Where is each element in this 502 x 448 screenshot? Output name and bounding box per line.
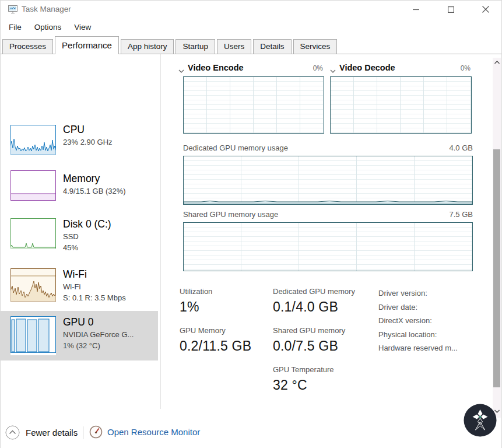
- tab-processes[interactable]: Processes: [2, 39, 53, 54]
- scrollbar-thumb[interactable]: [493, 149, 500, 387]
- wifi-title: Wi-Fi: [63, 267, 126, 281]
- menu-options[interactable]: Options: [31, 20, 65, 34]
- driver-version-label: Driver version:: [378, 286, 458, 300]
- sidebar-item-gpu0[interactable]: GPU 0 NVIDIA GeForce G... 1% (32 °C): [1, 311, 158, 360]
- scroll-up-icon[interactable]: [493, 58, 501, 67]
- gpu-title: GPU 0: [63, 315, 134, 329]
- resource-monitor-gauge-icon: [89, 425, 103, 439]
- stat-utilization: Utilization 1%: [180, 286, 212, 316]
- stat-value: 1%: [180, 298, 212, 316]
- window-title: Task Manager: [22, 5, 71, 13]
- video-encode-title: Video Encode: [188, 63, 244, 72]
- tab-users[interactable]: Users: [217, 39, 251, 54]
- title-bar: Task Manager: [1, 1, 501, 18]
- memory-title: Memory: [63, 172, 126, 186]
- close-button[interactable]: [474, 1, 497, 18]
- stat-label: GPU Temperature: [273, 365, 334, 374]
- sidebar-divider: [160, 54, 161, 409]
- gpu-mini-graph: [10, 316, 56, 355]
- stat-dedicated-memory: Dedicated GPU memory 0.1/4.0 GB: [273, 286, 355, 316]
- tab-details[interactable]: Details: [253, 39, 291, 54]
- tab-startup[interactable]: Startup: [175, 39, 215, 54]
- tab-bar: Processes Performance App history Startu…: [1, 36, 501, 54]
- shared-memory-title: Shared GPU memory usage: [183, 210, 278, 219]
- shared-memory-chart: [183, 222, 473, 271]
- task-manager-window: Task Manager File Options View Processes…: [0, 0, 502, 448]
- wifi-throughput: S: 0.1 R: 3.5 Mbps: [63, 292, 126, 303]
- disk-usage: 45%: [63, 242, 111, 253]
- video-encode-header: Video Encode 0%: [178, 63, 324, 75]
- open-resource-monitor-link[interactable]: Open Resource Monitor: [89, 425, 200, 439]
- video-encode-chart: [183, 76, 324, 134]
- footer-separator: [83, 426, 83, 439]
- stat-label: Shared GPU memory: [273, 326, 345, 335]
- circled-chevron-up-icon: [5, 425, 20, 440]
- stat-label: Utilization: [180, 286, 212, 296]
- tab-performance[interactable]: Performance: [55, 36, 119, 54]
- stat-label: Dedicated GPU memory: [273, 286, 355, 296]
- performance-sidebar: CPU 23% 2.90 GHz Memory 4.9/15.1 GB (32%…: [1, 54, 160, 409]
- cpu-mini-graph: [10, 125, 56, 157]
- fewer-details-label: Fewer details: [26, 428, 78, 438]
- fewer-details-button[interactable]: Fewer details: [5, 425, 78, 440]
- chevron-down-icon[interactable]: [330, 66, 336, 75]
- tab-services[interactable]: Services: [293, 39, 338, 54]
- dedicated-memory-chart: [183, 156, 473, 205]
- shared-memory-scale: 7.5 GB: [450, 210, 473, 219]
- stat-value: 0.0/7.5 GB: [273, 337, 345, 355]
- open-resource-monitor-label: Open Resource Monitor: [107, 427, 200, 437]
- stat-shared-memory: Shared GPU memory 0.0/7.5 GB: [273, 326, 345, 355]
- memory-stats: 4.9/15.1 GB (32%): [63, 186, 126, 197]
- directx-version-label: DirectX version:: [378, 314, 458, 328]
- cpu-stats: 23% 2.90 GHz: [63, 136, 113, 148]
- sidebar-item-memory[interactable]: Memory 4.9/15.1 GB (32%): [1, 167, 158, 213]
- stat-value: 0.2/11.5 GB: [180, 337, 251, 355]
- sidebar-item-wifi[interactable]: Wi-Fi Wi-Fi S: 0.1 R: 3.5 Mbps: [1, 263, 158, 311]
- memory-mini-graph: [10, 170, 56, 203]
- stat-gpu-memory: GPU Memory 0.2/11.5 GB: [180, 326, 251, 355]
- stat-label: GPU Memory: [180, 326, 251, 335]
- gpu-name: NVIDIA GeForce G...: [63, 329, 134, 340]
- driver-date-label: Driver date:: [378, 300, 458, 314]
- menu-bar: File Options View: [1, 19, 501, 35]
- wifi-adapter: Wi-Fi: [63, 281, 126, 292]
- video-decode-title: Video Decode: [339, 63, 395, 72]
- gpu-detail-panel: Video Encode 0% Video Decode 0% Dedicate…: [175, 54, 485, 409]
- overlay-logo-badge[interactable]: [464, 404, 497, 437]
- menu-file[interactable]: File: [5, 20, 25, 34]
- disk-type: SSD: [63, 231, 111, 242]
- sidebar-item-disk0[interactable]: Disk 0 (C:) SSD 45%: [1, 213, 158, 263]
- menu-view[interactable]: View: [71, 20, 94, 34]
- sidebar-item-cpu[interactable]: CPU 23% 2.90 GHz: [1, 118, 158, 167]
- driver-info-list: Driver version: Driver date: DirectX ver…: [378, 286, 458, 355]
- maximize-button[interactable]: [439, 1, 462, 18]
- video-decode-percent: 0%: [461, 64, 471, 72]
- chevron-down-icon[interactable]: [178, 66, 184, 75]
- dedicated-memory-header: Dedicated GPU memory usage 4.0 GB: [183, 144, 473, 154]
- stat-value: 32 °C: [273, 376, 334, 394]
- gpu-usage-temp: 1% (32 °C): [63, 340, 134, 351]
- tab-app-history[interactable]: App history: [121, 39, 174, 54]
- shared-memory-header: Shared GPU memory usage 7.5 GB: [183, 210, 473, 220]
- minimize-button[interactable]: [404, 1, 427, 18]
- hardware-reserved-label: Hardware reserved m...: [378, 341, 458, 355]
- stat-gpu-temperature: GPU Temperature 32 °C: [273, 365, 334, 394]
- disk-title: Disk 0 (C:): [63, 217, 111, 231]
- wifi-mini-graph: [10, 268, 56, 304]
- video-decode-chart: [330, 76, 472, 134]
- video-decode-header: Video Decode 0%: [330, 63, 472, 75]
- vertical-scrollbar[interactable]: [493, 58, 501, 418]
- stat-value: 0.1/4.0 GB: [273, 298, 355, 316]
- dedicated-memory-scale: 4.0 GB: [450, 144, 473, 152]
- dedicated-memory-title: Dedicated GPU memory usage: [183, 144, 288, 152]
- cpu-title: CPU: [63, 123, 113, 136]
- physical-location-label: Physical location:: [378, 328, 458, 342]
- video-encode-percent: 0%: [313, 64, 323, 72]
- footer-bar: Fewer details Open Resource Monitor: [1, 422, 501, 448]
- disk-mini-graph: [10, 218, 56, 251]
- task-manager-app-icon: [8, 5, 18, 14]
